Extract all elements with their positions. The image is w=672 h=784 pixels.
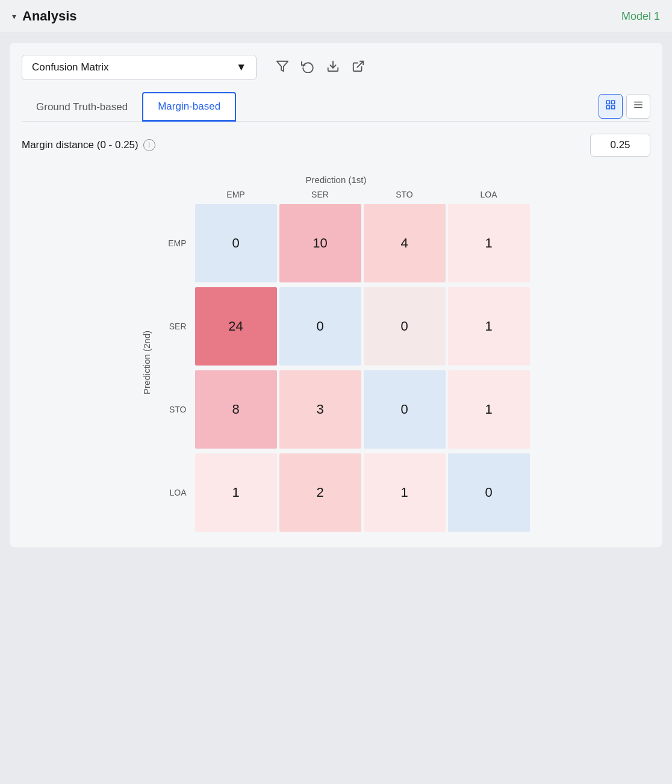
- matrix-cell-1-2: 0: [364, 287, 446, 366]
- y-axis-label: Prediction (2nd): [142, 331, 152, 394]
- matrix-cell-0-3: 1: [448, 204, 530, 282]
- list-view-button[interactable]: [626, 94, 650, 119]
- table-row: EMP01041: [158, 203, 531, 284]
- svg-rect-5: [606, 106, 609, 109]
- app-header: ▾ Analysis Model 1: [0, 0, 672, 33]
- matrix-cell-2-0: 8: [195, 370, 277, 449]
- tab-ground-truth[interactable]: Ground Truth-based: [22, 94, 142, 120]
- row-label-ser: SER: [158, 322, 194, 331]
- matrix-cell-1-0: 24: [195, 287, 277, 366]
- svg-rect-3: [606, 101, 609, 104]
- dropdown-selected-label: Confusion Matrix: [32, 61, 109, 73]
- svg-rect-4: [612, 101, 615, 104]
- col-header-ser: SER: [278, 190, 362, 203]
- matrix-cell-2-1: 3: [279, 370, 361, 449]
- tabs-left: Ground Truth-based Margin-based: [22, 92, 236, 121]
- margin-label: Margin distance (0 - 0.25) i: [22, 139, 155, 151]
- chart-type-dropdown[interactable]: Confusion Matrix ▼: [22, 55, 257, 80]
- margin-value-input[interactable]: [590, 134, 650, 157]
- matrix-cell-3-2: 1: [364, 453, 446, 532]
- refresh-icon[interactable]: [301, 60, 314, 76]
- model-label: Model 1: [621, 10, 660, 23]
- tab-margin-based[interactable]: Margin-based: [142, 92, 236, 122]
- matrix-cell-2-2: 0: [364, 370, 446, 449]
- matrix-cell-3-1: 2: [279, 453, 361, 532]
- view-toggle: [599, 94, 650, 119]
- matrix-table: EMP SER STO LOA EMP01041SER24001STO8301L…: [158, 190, 531, 535]
- row-label-loa: LOA: [158, 488, 194, 497]
- matrix-cell-3-3: 0: [448, 453, 530, 532]
- collapse-icon[interactable]: ▾: [12, 11, 16, 21]
- matrix-cell-0-0: 0: [195, 204, 277, 282]
- download-icon[interactable]: [326, 60, 340, 76]
- svg-rect-6: [612, 106, 615, 109]
- margin-row: Margin distance (0 - 0.25) i: [22, 134, 650, 157]
- row-label-emp: EMP: [158, 238, 194, 248]
- dropdown-row: Confusion Matrix ▼: [22, 55, 650, 80]
- svg-line-2: [357, 61, 363, 67]
- col-header-loa: LOA: [447, 190, 531, 203]
- toolbar-icons: [276, 60, 365, 76]
- external-link-icon[interactable]: [352, 60, 365, 76]
- col-header-emp: EMP: [194, 190, 278, 203]
- table-row: STO8301: [158, 369, 531, 450]
- matrix-cell-0-1: 10: [279, 204, 361, 282]
- col-headers: EMP SER STO LOA: [194, 190, 531, 203]
- info-icon[interactable]: i: [143, 139, 155, 151]
- svg-marker-0: [277, 61, 288, 71]
- matrix-cell-1-3: 1: [448, 287, 530, 366]
- header-left: ▾ Analysis: [12, 8, 77, 24]
- matrix-cell-3-0: 1: [195, 453, 277, 532]
- col-header-sto: STO: [362, 190, 447, 203]
- main-panel: Confusion Matrix ▼: [10, 43, 662, 547]
- prediction-top-label: Prediction (1st): [306, 175, 367, 185]
- matrix-cell-0-2: 4: [364, 204, 446, 282]
- dropdown-arrow-icon: ▼: [236, 61, 246, 73]
- matrix-cell-2-3: 1: [448, 370, 530, 449]
- row-label-sto: STO: [158, 405, 194, 414]
- filter-icon[interactable]: [276, 60, 289, 76]
- confusion-matrix-area: Prediction (1st) Prediction (2nd) EMP SE…: [22, 175, 650, 535]
- table-row: SER24001: [158, 286, 531, 367]
- table-row: LOA1210: [158, 452, 531, 533]
- tabs-row: Ground Truth-based Margin-based: [22, 92, 650, 122]
- matrix-cell-1-1: 0: [279, 287, 361, 366]
- page-title: Analysis: [22, 8, 77, 24]
- matrix-rows: EMP01041SER24001STO8301LOA1210: [158, 203, 531, 535]
- grid-view-button[interactable]: [599, 94, 623, 119]
- matrix-with-axes: Prediction (2nd) EMP SER STO LOA EMP0104…: [142, 190, 531, 535]
